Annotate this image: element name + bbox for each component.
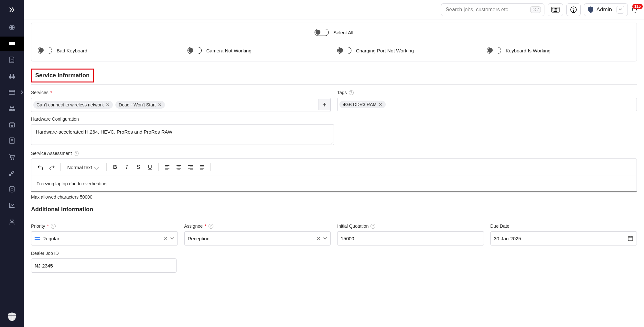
svg-rect-26 xyxy=(554,11,557,12)
svg-point-17 xyxy=(554,8,554,9)
service-tag: Can't connect to wireless network ✕ xyxy=(33,101,113,109)
toggle-camera-not-working[interactable] xyxy=(188,47,202,54)
label-dealer-job: Dealer Job ID xyxy=(31,251,177,256)
label-quotation: Initial Quotation ? xyxy=(337,223,484,229)
toggle-select-all[interactable] xyxy=(315,29,329,36)
toggle-label: Bad Keyboard xyxy=(57,48,87,53)
chevron-right-icon xyxy=(20,90,23,94)
sidebar-item-ticket[interactable] xyxy=(0,37,24,51)
search-shortcut-hint: ⌘ / xyxy=(530,6,541,13)
help-icon[interactable]: ? xyxy=(209,224,213,229)
assignee-select[interactable]: Reception ✕ xyxy=(184,231,331,245)
remove-tag-icon[interactable]: ✕ xyxy=(106,102,110,107)
sidebar-item-cart[interactable] xyxy=(5,150,19,164)
help-icon[interactable]: ? xyxy=(370,224,375,229)
topbar: ⌘ / Admin 115 xyxy=(24,0,644,19)
search-field[interactable]: ⌘ / xyxy=(441,3,544,16)
hardware-config-input[interactable]: Hardware-accelerated H.264, HEVC, ProRes… xyxy=(31,124,334,145)
search-input[interactable] xyxy=(446,7,530,13)
separator xyxy=(158,163,159,171)
svg-point-7 xyxy=(10,106,12,108)
chevron-down-icon[interactable] xyxy=(323,237,327,240)
dealer-job-field[interactable] xyxy=(35,263,173,268)
services-input[interactable]: Can't connect to wireless network ✕ Dead… xyxy=(31,98,331,112)
svg-point-16 xyxy=(553,8,553,9)
main-content: Select All Bad Keyboard Camera Not Worki… xyxy=(24,0,644,280)
align-right-button[interactable] xyxy=(185,162,196,172)
svg-point-8 xyxy=(12,106,14,108)
tag-chip: 4GB DDR3 RAM ✕ xyxy=(339,101,386,108)
separator xyxy=(106,163,107,171)
toggle-label: Select All xyxy=(333,30,353,35)
sidebar-item-file[interactable] xyxy=(5,53,19,67)
toggle-label: Keyboard Is Working xyxy=(506,48,551,53)
admin-menu[interactable]: Admin xyxy=(584,3,628,16)
editor-body[interactable]: Freezing laptop due to overheating xyxy=(31,176,637,192)
divider xyxy=(31,218,637,218)
help-button[interactable] xyxy=(566,3,581,16)
add-service-button[interactable]: + xyxy=(318,99,330,110)
sidebar-expand-button[interactable] xyxy=(0,0,24,19)
due-date-input[interactable]: 30-Jan-2025 xyxy=(490,231,637,245)
svg-point-13 xyxy=(10,186,14,188)
svg-point-28 xyxy=(573,11,574,12)
sidebar-item-store[interactable] xyxy=(5,117,19,132)
sidebar-item-users[interactable] xyxy=(5,101,19,115)
chevron-down-icon[interactable] xyxy=(170,237,174,240)
keyboard-button[interactable] xyxy=(548,3,563,16)
quotation-input[interactable] xyxy=(337,231,484,245)
sidebar xyxy=(0,0,24,280)
dealer-job-input[interactable] xyxy=(31,258,177,273)
sidebar-item-globe[interactable] xyxy=(5,20,19,35)
label-assignee: Assignee* ? xyxy=(184,223,331,229)
strike-button[interactable]: S xyxy=(133,162,144,172)
priority-select[interactable]: Regular ✕ xyxy=(31,231,178,245)
clear-icon[interactable]: ✕ xyxy=(164,235,168,242)
sidebar-item-database[interactable] xyxy=(5,182,19,196)
help-icon[interactable]: ? xyxy=(349,90,354,95)
align-left-button[interactable] xyxy=(162,162,172,172)
sidebar-item-document[interactable] xyxy=(5,134,19,148)
tags-input[interactable]: 4GB DDR3 RAM ✕ xyxy=(337,98,637,111)
italic-button[interactable]: I xyxy=(122,162,132,172)
separator xyxy=(60,163,61,171)
bold-button[interactable]: B xyxy=(110,162,120,172)
label-assessment: Service Assessment ? xyxy=(31,151,637,156)
svg-point-14 xyxy=(11,219,13,222)
align-justify-button[interactable] xyxy=(197,162,207,172)
editor-char-limit: Max allowed characters 50000 xyxy=(31,194,637,200)
toggle-bad-keyboard[interactable] xyxy=(38,47,52,54)
quotation-field[interactable] xyxy=(341,236,480,241)
toggle-keyboard-working[interactable] xyxy=(487,47,501,54)
notifications-button[interactable]: 115 xyxy=(631,6,638,14)
toggle-label: Camera Not Working xyxy=(206,48,252,53)
toggle-label: Charging Port Not Working xyxy=(356,48,414,53)
svg-point-10 xyxy=(11,159,12,160)
sidebar-item-chart[interactable] xyxy=(5,198,19,213)
sidebar-item-binoculars[interactable] xyxy=(5,69,19,83)
toggle-charging-port[interactable] xyxy=(337,47,351,54)
underline-button[interactable]: U xyxy=(145,162,155,172)
redo-button[interactable] xyxy=(47,162,57,172)
sidebar-item-tools[interactable] xyxy=(5,166,19,180)
undo-button[interactable] xyxy=(35,162,46,172)
sidebar-item-wallet[interactable] xyxy=(5,85,19,99)
divider xyxy=(31,84,637,85)
calendar-icon[interactable] xyxy=(628,235,633,241)
svg-point-19 xyxy=(556,8,557,9)
help-icon[interactable]: ? xyxy=(74,151,79,156)
chevron-down-icon xyxy=(617,6,624,14)
help-icon[interactable]: ? xyxy=(51,224,56,229)
clear-icon[interactable]: ✕ xyxy=(317,235,321,242)
svg-point-11 xyxy=(13,159,14,160)
svg-point-25 xyxy=(558,10,558,10)
label-due-date: Due Date xyxy=(490,223,637,229)
align-center-button[interactable] xyxy=(174,162,184,172)
text-style-select[interactable]: Normal text xyxy=(64,163,101,172)
checklist-panel: Select All Bad Keyboard Camera Not Worki… xyxy=(31,23,637,61)
remove-tag-icon[interactable]: ✕ xyxy=(158,102,162,107)
sidebar-item-person[interactable] xyxy=(5,214,19,229)
svg-point-3 xyxy=(12,76,15,79)
remove-tag-icon[interactable]: ✕ xyxy=(379,102,382,107)
svg-point-23 xyxy=(555,10,556,10)
